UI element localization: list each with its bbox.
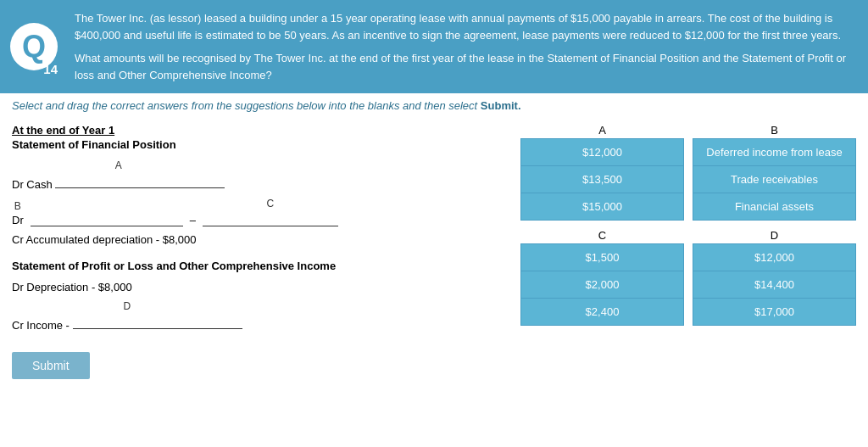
suggestion-b2[interactable]: Trade receivables	[693, 166, 855, 193]
suggestion-col-b: Deferred income from lease Trade receiva…	[693, 138, 856, 221]
suggestion-section-cd: $1,500 $2,000 $2,400 $12,000 $14,400 $17…	[520, 243, 856, 326]
section1-title: At the end of Year 1	[12, 124, 504, 137]
suggestion-d2[interactable]: $14,400	[693, 271, 855, 299]
cr-accum-text: Cr Accumulated depreciation - $8,000	[12, 233, 504, 246]
col-c-header: C	[520, 229, 684, 243]
col-b-label-above: B	[14, 200, 21, 212]
suggestion-a3[interactable]: $15,000	[521, 193, 683, 220]
suggestion-col-c: $1,500 $2,000 $2,400	[520, 243, 684, 326]
col-c-label-above: C	[267, 198, 275, 210]
suggestion-section-ab: $12,000 $13,500 $15,000 Deferred income …	[520, 138, 856, 221]
dr-blank-row: B Dr – C	[12, 198, 504, 226]
left-panel: At the end of Year 1 Statement of Financ…	[12, 124, 504, 379]
suggestion-b3[interactable]: Financial assets	[693, 193, 855, 220]
suggestion-a1[interactable]: $12,000	[521, 139, 683, 166]
suggestion-col-d: $12,000 $14,400 $17,000	[693, 243, 856, 326]
fill-line-b[interactable]	[31, 211, 183, 226]
suggestion-c2[interactable]: $2,000	[521, 271, 683, 299]
fill-line-d[interactable]	[73, 314, 242, 329]
suggestion-a2[interactable]: $13,500	[521, 166, 683, 193]
dr-cash-label: Dr Cash	[12, 173, 225, 191]
q-number: 14	[43, 62, 58, 76]
question-badge: Q 14	[0, 8, 68, 85]
question-paragraph1: The Tower Inc. (as lessor) leased a buil…	[75, 10, 856, 43]
fill-line-a[interactable]	[55, 173, 225, 188]
section2: Statement of Profit or Loss and Other Co…	[12, 260, 504, 332]
cr-income-row: D Cr Income -	[12, 300, 504, 332]
q-letter: Q	[22, 31, 46, 62]
suggestion-c3[interactable]: $2,400	[521, 299, 683, 325]
submit-button[interactable]: Submit	[12, 352, 90, 379]
section1-sub: Statement of Financial Position	[12, 138, 504, 151]
cr-income-label: Cr Income -	[12, 314, 242, 332]
question-paragraph2: What amounts will be recognised by The T…	[75, 50, 856, 83]
question-header: Q 14 The Tower Inc. (as lessor) leased a…	[0, 0, 868, 93]
suggestion-b1[interactable]: Deferred income from lease	[693, 139, 855, 166]
suggestion-c1[interactable]: $1,500	[521, 244, 683, 271]
suggestions-bottom: C D $1,500 $2,000 $2,400 $12,000 $14,400…	[520, 229, 856, 326]
instruction-text: Select and drag the correct answers from…	[0, 93, 868, 115]
fill-line-c[interactable]	[203, 211, 338, 226]
dr-cash-row: A Dr Cash	[12, 159, 504, 191]
col-a-header: A	[520, 124, 684, 138]
dr-depreciation: Dr Depreciation - $8,000	[12, 281, 504, 293]
right-panel: A B $12,000 $13,500 $15,000 Deferred inc…	[520, 124, 856, 379]
suggestion-col-a: $12,000 $13,500 $15,000	[520, 138, 684, 221]
suggestions-top: A B $12,000 $13,500 $15,000 Deferred inc…	[520, 124, 856, 221]
suggestion-d1[interactable]: $12,000	[693, 244, 855, 271]
col-d-header: D	[693, 229, 856, 243]
col-d-label-above: D	[123, 300, 131, 312]
col-b-header: B	[693, 124, 856, 138]
main-content: At the end of Year 1 Statement of Financ…	[0, 115, 868, 388]
submit-bold: Submit.	[481, 99, 521, 112]
question-text: The Tower Inc. (as lessor) leased a buil…	[68, 8, 856, 85]
section2-title: Statement of Profit or Loss and Other Co…	[12, 260, 504, 272]
suggestion-d3[interactable]: $17,000	[693, 299, 855, 325]
col-a-label: A	[115, 159, 122, 171]
